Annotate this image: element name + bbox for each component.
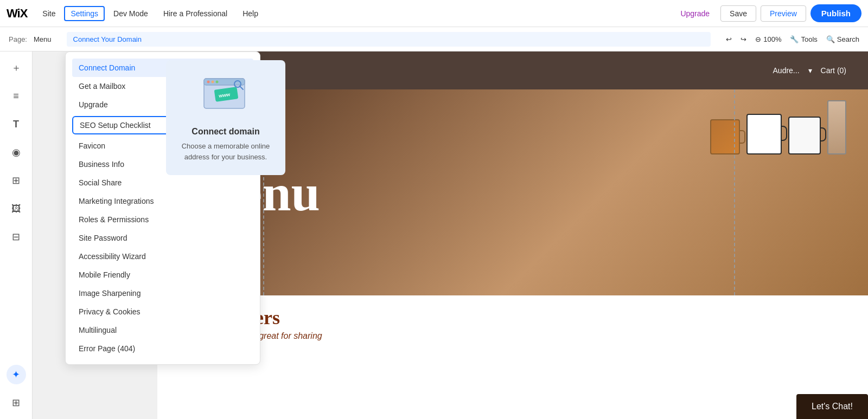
tools-label: Tools (801, 35, 817, 43)
preview-button[interactable]: Preview (761, 5, 806, 22)
menu-roles-permissions[interactable]: Roles & Permissions (66, 210, 260, 229)
bar-actions: ↩ ↪ ⊖ 100% 🔧 Tools 🔍 Search (726, 35, 859, 43)
second-bar: Page: Menu Connect Your Domain ↩ ↪ ⊖ 100… (0, 27, 868, 51)
zoom-level: 100% (763, 35, 781, 43)
hero-mugs (710, 100, 846, 154)
top-navigation: WiX Site Settings Dev Mode Hire a Profes… (0, 0, 868, 27)
search-button[interactable]: 🔍 Search (826, 35, 859, 43)
add-icon: ＋ (11, 61, 21, 74)
tools-button[interactable]: 🔧 Tools (790, 35, 817, 43)
nav-site[interactable]: Site (36, 6, 62, 21)
appetizers-subtitle: These dishes are great for sharing (190, 331, 835, 341)
layers-icon: ≡ (13, 91, 19, 102)
sidebar-text[interactable]: T (7, 114, 26, 134)
menu-social-share[interactable]: Social Share (66, 173, 260, 192)
left-sidebar: ＋ ≡ T ◉ ⊞ 🖼 ⊟ ✦ ⊞ (0, 51, 33, 419)
nav-devmode[interactable]: Dev Mode (107, 6, 155, 21)
redo-button[interactable]: ↪ (741, 35, 746, 43)
svg-rect-1 (204, 79, 245, 85)
domain-svg: www (199, 73, 253, 117)
menu-error-page[interactable]: Error Page (404) (66, 339, 260, 358)
zoom-button[interactable]: ⊖ 100% (755, 35, 781, 43)
account-name: Audre... (773, 66, 800, 75)
appetizers-title: Appetizers (190, 306, 835, 329)
search-icon: 🔍 (826, 35, 835, 43)
sidebar-media[interactable]: 🖼 (7, 199, 26, 218)
main-layout: ＋ ≡ T ◉ ⊞ 🖼 ⊟ ✦ ⊞ Connect Domain (0, 51, 868, 419)
publish-button[interactable]: Publish (810, 4, 861, 22)
dropdown-arrow[interactable]: ▾ (808, 66, 812, 75)
nav-hire[interactable]: Hire a Professional (157, 6, 234, 21)
upgrade-button[interactable]: Upgrade (674, 6, 716, 21)
apps-icon: ⊞ (12, 175, 20, 186)
undo-icon: ↩ (726, 35, 732, 43)
info-panel-title: Connect domain (192, 127, 259, 137)
media-icon: 🖼 (11, 203, 21, 215)
redo-icon: ↪ (741, 35, 746, 43)
pages-icon: ⊞ (12, 397, 20, 409)
page-name: Menu (34, 35, 52, 43)
menu-multilingual[interactable]: Multilingual (66, 321, 260, 339)
undo-button[interactable]: ↩ (726, 35, 732, 43)
nav-settings[interactable]: Settings (64, 6, 105, 21)
info-panel: www Connect domain Choose a memorable on… (166, 60, 285, 175)
text-icon: T (13, 119, 19, 130)
svg-point-2 (207, 81, 210, 83)
ai-icon: ✦ (12, 369, 20, 381)
menu-site-password[interactable]: Site Password (66, 229, 260, 247)
page-label: Page: (9, 35, 27, 43)
cart-label[interactable]: Cart (0) (821, 66, 846, 75)
svg-point-4 (216, 81, 219, 83)
menu-marketing-integrations[interactable]: Marketing Integrations (66, 192, 260, 210)
sidebar-layers[interactable]: ≡ (7, 86, 26, 106)
domain-illustration: www (199, 73, 253, 118)
menu-privacy-cookies[interactable]: Privacy & Cookies (66, 302, 260, 321)
sidebar-add[interactable]: ＋ (7, 58, 26, 78)
tools-icon: 🔧 (790, 35, 799, 43)
svg-point-3 (212, 81, 214, 83)
save-button[interactable]: Save (720, 5, 756, 22)
nav-help[interactable]: Help (236, 6, 265, 21)
theme-icon: ◉ (12, 146, 21, 158)
search-label: Search (837, 35, 859, 43)
info-panel-description: Choose a memorable online address for yo… (177, 141, 275, 162)
zoom-out-icon: ⊖ (755, 35, 761, 43)
sidebar-apps[interactable]: ⊞ (7, 171, 26, 190)
table-icon: ⊟ (12, 231, 20, 243)
menu-accessibility-wizard[interactable]: Accessibility Wizard (66, 247, 260, 266)
sidebar-table[interactable]: ⊟ (7, 227, 26, 247)
sidebar-ai[interactable]: ✦ (7, 365, 26, 384)
sidebar-theme[interactable]: ◉ (7, 143, 26, 162)
dashed-line-right (734, 89, 735, 295)
site-lower: Appetizers These dishes are great for sh… (157, 295, 868, 352)
sidebar-pages[interactable]: ⊞ (7, 393, 26, 412)
menu-image-sharpening[interactable]: Image Sharpening (66, 284, 260, 302)
canvas-area: Connect Domain Get a Mailbox Upgrade SEO… (33, 51, 868, 419)
menu-mobile-friendly[interactable]: Mobile Friendly (66, 266, 260, 284)
chat-button[interactable]: Let's Chat! (796, 394, 868, 419)
wix-logo: WiX (7, 7, 27, 21)
domain-bar[interactable]: Connect Your Domain (67, 32, 711, 47)
